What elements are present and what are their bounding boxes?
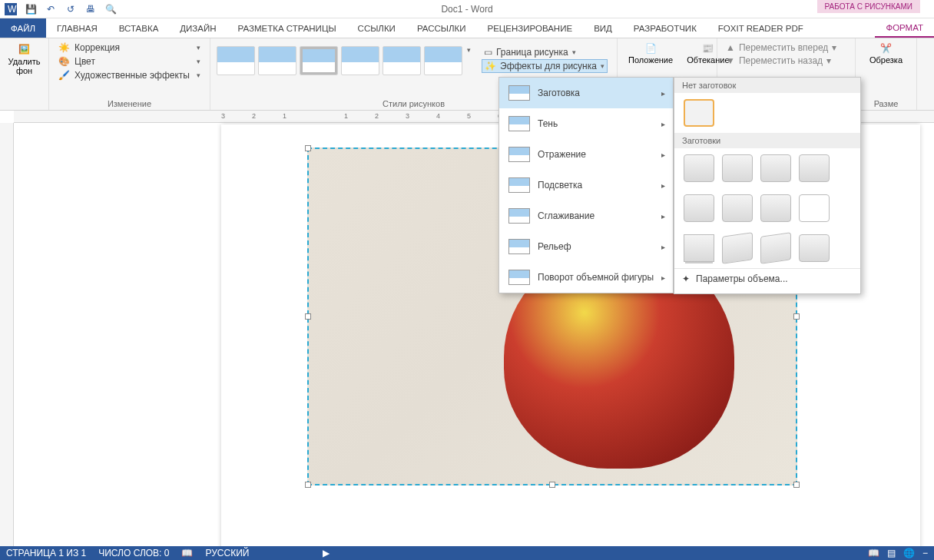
preset-8[interactable] (799, 194, 830, 222)
picture-style-4[interactable] (341, 46, 379, 75)
chevron-down-icon: ▾ (601, 62, 604, 70)
backward-label: Переместить назад (739, 55, 823, 66)
artistic-effects-button[interactable]: 🖌️Художественные эффекты▾ (55, 69, 204, 81)
picture-border-button[interactable]: ▭Граница рисунка▾ (482, 46, 608, 58)
quick-access-toolbar: W 💾 ↶ ↺ 🖶 🔍 (0, 2, 118, 17)
presets-gallery: Нет заготовок Заготовки ✦ Параметры объе… (674, 77, 861, 294)
corrections-button[interactable]: ☀️Коррекция▾ (55, 41, 204, 54)
word-count[interactable]: ЧИСЛО СЛОВ: 0 (98, 548, 169, 558)
effects-preset-label: Заготовка (538, 88, 580, 98)
search-icon[interactable]: 🔍 (103, 2, 118, 17)
crop-button[interactable]: ✂️Обрезка (862, 41, 910, 66)
effects-icon: ✨ (485, 61, 496, 71)
shadow-icon (508, 116, 530, 131)
contextual-tab-title: РАБОТА С РИСУНКАМИ (817, 0, 920, 13)
border-icon: ▭ (484, 47, 492, 58)
tab-design[interactable]: ДИЗАЙН (169, 18, 227, 38)
resize-handle-e[interactable] (793, 313, 800, 320)
picture-style-2[interactable] (258, 46, 296, 75)
tab-file[interactable]: ФАЙЛ (0, 18, 46, 38)
undo-icon[interactable]: ↶ (43, 2, 58, 17)
effects-glow-item[interactable]: Подсветка▸ (499, 170, 673, 200)
picture-style-6[interactable] (424, 46, 462, 75)
vertical-ruler[interactable] (0, 123, 14, 546)
preset-9[interactable] (684, 234, 714, 262)
zoom-out-icon[interactable]: − (922, 548, 928, 558)
tab-foxit[interactable]: FOXIT READER PDF (707, 18, 814, 38)
group-adjust-label: Изменение (55, 99, 204, 108)
picture-style-3[interactable] (300, 46, 338, 75)
effects-preset-item[interactable]: Заготовка▸ (499, 78, 673, 108)
preset-6[interactable] (722, 194, 753, 222)
macro-icon[interactable]: ▶ (323, 548, 330, 558)
effects-shadow-item[interactable]: Тень▸ (499, 108, 673, 139)
tab-developer[interactable]: РАЗРАБОТЧИК (623, 18, 707, 38)
resize-handle-s[interactable] (549, 482, 555, 488)
tab-format[interactable]: ФОРМАТ (875, 18, 934, 38)
backward-icon: ▼ (726, 55, 735, 66)
print-layout-icon[interactable]: ▤ (887, 548, 896, 558)
group-adjust: ☀️Коррекция▾ 🎨Цвет▾ 🖌️Художественные эфф… (49, 38, 210, 110)
resize-handle-nw[interactable] (305, 145, 311, 151)
tab-references[interactable]: ССЫЛКИ (347, 18, 406, 38)
chevron-down-icon: ▾ (572, 48, 576, 56)
forward-icon: ▲ (726, 42, 735, 53)
word-icon[interactable]: W (3, 2, 18, 17)
chevron-right-icon: ▸ (661, 273, 665, 282)
reading-view-icon[interactable]: 📖 (868, 548, 879, 558)
page-indicator[interactable]: СТРАНИЦА 1 ИЗ 1 (6, 548, 86, 558)
preset-2[interactable] (722, 154, 753, 182)
redo-icon[interactable]: ↺ (63, 2, 78, 17)
3d-options-item[interactable]: ✦ Параметры объема... (674, 268, 860, 289)
rotation3d-icon (508, 270, 530, 285)
effects-bevel-item[interactable]: Рельеф▸ (499, 231, 673, 262)
remove-background-button[interactable]: 🖼️ Удалить фон (6, 41, 42, 77)
send-backward-button[interactable]: ▼Переместить назад▾ (724, 55, 849, 67)
status-bar: СТРАНИЦА 1 ИЗ 1 ЧИСЛО СЛОВ: 0 📖 РУССКИЙ … (0, 546, 934, 560)
styles-gallery-expand[interactable]: ▾ (467, 46, 471, 54)
print-icon[interactable]: 🖶 (83, 2, 98, 17)
tab-home[interactable]: ГЛАВНАЯ (46, 18, 108, 38)
resize-handle-w[interactable] (305, 313, 311, 320)
preset-4[interactable] (799, 154, 830, 182)
preset-1[interactable] (684, 154, 714, 182)
reflection-icon (508, 147, 530, 162)
picture-border-label: Граница рисунка (496, 47, 568, 58)
preset-11[interactable] (760, 232, 791, 264)
preset-none[interactable] (684, 99, 714, 127)
effects-softedges-label: Сглаживание (538, 210, 595, 221)
ribbon-tabs: ФАЙЛ ГЛАВНАЯ ВСТАВКА ДИЗАЙН РАЗМЕТКА СТР… (0, 18, 934, 38)
picture-style-1[interactable] (217, 46, 255, 75)
chevron-right-icon: ▸ (661, 181, 665, 190)
ruler-mark: 1 (344, 112, 348, 120)
tab-page-layout[interactable]: РАЗМЕТКА СТРАНИЦЫ (227, 18, 347, 38)
tab-mailings[interactable]: РАССЫЛКИ (406, 18, 477, 38)
tab-insert[interactable]: ВСТАВКА (108, 18, 170, 38)
language-indicator[interactable]: РУССКИЙ (205, 548, 249, 558)
save-icon[interactable]: 💾 (23, 2, 38, 17)
preset-10[interactable] (722, 232, 753, 264)
bring-forward-button[interactable]: ▲Переместить вперед▾ (724, 41, 849, 54)
color-icon: 🎨 (58, 56, 70, 67)
preset-3[interactable] (760, 154, 791, 182)
effects-softedges-item[interactable]: Сглаживание▸ (499, 200, 673, 231)
presets-header: Заготовки (674, 133, 860, 148)
preset-7[interactable] (760, 194, 791, 222)
color-button[interactable]: 🎨Цвет▾ (55, 55, 204, 68)
effects-3drotation-item[interactable]: Поворот объемной фигуры▸ (499, 262, 673, 293)
spellcheck-icon[interactable]: 📖 (181, 548, 193, 558)
picture-style-5[interactable] (383, 46, 421, 75)
position-icon: 📄 (645, 43, 657, 54)
tab-view[interactable]: ВИД (583, 18, 623, 38)
crop-label: Обрезка (869, 55, 903, 65)
preset-12[interactable] (799, 234, 830, 262)
web-layout-icon[interactable]: 🌐 (903, 548, 915, 558)
preset-5[interactable] (684, 194, 714, 222)
resize-handle-sw[interactable] (305, 482, 311, 488)
softedges-icon (508, 208, 530, 224)
tab-review[interactable]: РЕЦЕНЗИРОВАНИЕ (477, 18, 584, 38)
effects-reflection-item[interactable]: Отражение▸ (499, 139, 673, 170)
ruler-mark: 2 (375, 112, 379, 120)
resize-handle-se[interactable] (793, 482, 800, 488)
picture-effects-button[interactable]: ✨Эффекты для рисунка▾ (482, 59, 608, 73)
